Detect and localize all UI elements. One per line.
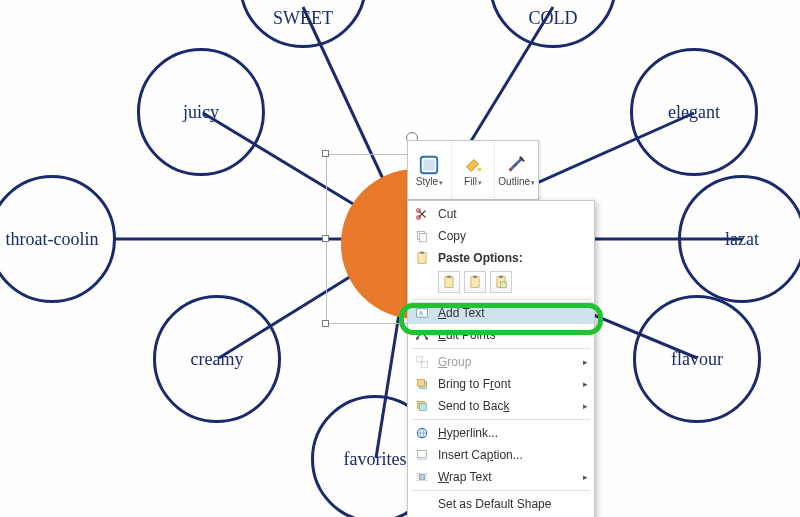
menu-set-default-shape[interactable]: Set as Default Shape (408, 493, 594, 515)
svg-rect-36 (417, 450, 426, 457)
node-elegant[interactable]: elegant (630, 48, 758, 176)
svg-rect-10 (424, 159, 435, 170)
paste-option-2[interactable] (464, 271, 486, 293)
menu-edit-points[interactable]: Edit Points (408, 324, 594, 346)
node-juicy[interactable]: juicy (137, 48, 265, 176)
btn-label: Outline (498, 176, 530, 187)
mini-toolbar: Style▾ Fill▾ Outline▾ (407, 140, 539, 200)
node-label: elegant (668, 102, 720, 123)
copy-icon (412, 228, 432, 244)
menu-send-to-back[interactable]: Send to Back ▸ (408, 395, 594, 417)
menu-label: Insert Caption... (438, 448, 588, 462)
svg-rect-16 (418, 253, 426, 264)
svg-rect-17 (420, 252, 424, 254)
svg-rect-20 (471, 277, 479, 288)
menu-label: Group (438, 355, 583, 369)
svg-rect-30 (421, 361, 427, 367)
paste-option-1[interactable] (438, 271, 460, 293)
wrap-icon (412, 469, 432, 485)
menu-bring-to-front[interactable]: Bring to Front ▸ (408, 373, 594, 395)
node-flavour[interactable]: flavour (633, 295, 761, 423)
caption-icon (412, 447, 432, 463)
menu-label: Cut (438, 207, 588, 221)
menu-separator (412, 490, 590, 491)
blank-icon (412, 496, 432, 512)
svg-rect-18 (445, 277, 453, 288)
node-label: COLD (529, 8, 578, 29)
menu-wrap-text[interactable]: Wrap Text ▸ (408, 466, 594, 488)
node-label: throat-coolin (6, 229, 99, 250)
svg-rect-19 (447, 276, 451, 278)
submenu-arrow-icon: ▸ (583, 379, 588, 389)
menu-label: Paste Options: (438, 251, 588, 265)
style-icon (418, 154, 440, 176)
node-lazat[interactable]: lazat (678, 175, 800, 303)
svg-rect-27 (416, 337, 418, 339)
btn-label: Fill (464, 176, 477, 187)
outline-icon (506, 154, 528, 176)
hyperlink-icon (412, 425, 432, 441)
node-label: creamy (191, 349, 244, 370)
menu-cut[interactable]: Cut (408, 203, 594, 225)
resize-handle-nw[interactable] (322, 150, 329, 157)
node-label: SWEET (273, 8, 333, 29)
menu-label: Bring to Front (438, 377, 583, 391)
context-menu: Cut Copy Paste Options: A Add Text Edit … (407, 200, 595, 517)
edit-points-icon (412, 327, 432, 343)
paste-icon (412, 250, 432, 266)
bring-front-icon (412, 376, 432, 392)
svg-rect-28 (426, 337, 428, 339)
menu-label: Set as Default Shape (438, 497, 588, 511)
submenu-arrow-icon: ▸ (583, 472, 588, 482)
menu-label: Hyperlink... (438, 426, 588, 440)
submenu-arrow-icon: ▸ (583, 357, 588, 367)
menu-label: Send to Back (438, 399, 583, 413)
svg-rect-32 (417, 379, 424, 386)
menu-label: Edit Points (438, 328, 588, 342)
submenu-arrow-icon: ▸ (583, 401, 588, 411)
menu-separator (412, 419, 590, 420)
svg-rect-38 (420, 474, 425, 480)
outline-button[interactable]: Outline▾ (495, 141, 538, 199)
svg-point-11 (478, 167, 482, 171)
svg-rect-37 (417, 459, 426, 461)
paste-option-3[interactable] (490, 271, 512, 293)
menu-separator (412, 348, 590, 349)
svg-rect-23 (499, 276, 503, 278)
svg-rect-34 (420, 404, 427, 411)
resize-handle-sw[interactable] (322, 320, 329, 327)
fill-icon (462, 154, 484, 176)
svg-rect-29 (417, 357, 423, 363)
menu-insert-caption[interactable]: Insert Caption... (408, 444, 594, 466)
node-label: lazat (725, 229, 759, 250)
cut-icon (412, 206, 432, 222)
menu-copy[interactable]: Copy (408, 225, 594, 247)
menu-label: Copy (438, 229, 588, 243)
node-label: juicy (183, 102, 219, 123)
svg-text:A: A (419, 310, 423, 316)
add-text-icon: A (412, 305, 432, 321)
node-label: favorites (344, 449, 407, 470)
menu-label: Add Text (438, 306, 588, 320)
svg-rect-21 (473, 276, 477, 278)
fill-button[interactable]: Fill▾ (452, 141, 496, 199)
group-icon (412, 354, 432, 370)
svg-rect-24 (500, 282, 506, 288)
document-canvas[interactable]: SWEET COLD juicy elegant throat-coolin l… (0, 0, 800, 517)
menu-hyperlink[interactable]: Hyperlink... (408, 422, 594, 444)
svg-rect-15 (420, 234, 427, 242)
menu-separator (412, 299, 590, 300)
resize-handle-w[interactable] (322, 235, 329, 242)
paste-options-row (408, 269, 594, 297)
send-back-icon (412, 398, 432, 414)
menu-add-text[interactable]: A Add Text (408, 302, 594, 324)
style-button[interactable]: Style▾ (408, 141, 452, 199)
menu-paste-options: Paste Options: (408, 247, 594, 269)
menu-label: Wrap Text (438, 470, 583, 484)
btn-label: Style (416, 176, 438, 187)
node-label: flavour (671, 349, 723, 370)
node-creamy[interactable]: creamy (153, 295, 281, 423)
menu-group: Group ▸ (408, 351, 594, 373)
